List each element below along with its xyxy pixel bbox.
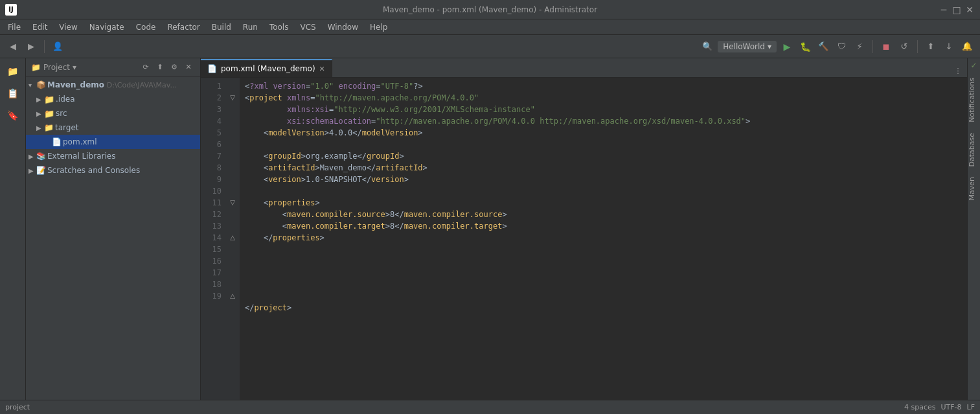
gutter-line-15 bbox=[227, 244, 238, 255]
build-button[interactable]: 🔨 bbox=[815, 39, 831, 54]
tree-item-root[interactable]: ▾ 📦 Maven_demo D:\Code\JAVA\Mav... bbox=[26, 78, 200, 92]
structure-panel-toggle[interactable]: 📋 bbox=[3, 83, 23, 104]
status-bar: project 4 spaces UTF-8 LF bbox=[0, 400, 980, 414]
project-panel-header: 📁 Project ▾ ⟳ ⬆ ⚙ ✕ bbox=[26, 58, 200, 76]
gutter-line-4 bbox=[227, 115, 238, 127]
tree-item-src[interactable]: ▶ 📁 src bbox=[26, 106, 200, 121]
coverage-button[interactable]: 🛡 bbox=[834, 39, 849, 54]
menu-tools[interactable]: Tools bbox=[264, 21, 294, 33]
git-button[interactable]: ↓ bbox=[941, 39, 957, 54]
search-everywhere-icon[interactable]: 🔍 bbox=[700, 39, 715, 54]
tab-close-button[interactable]: ✕ bbox=[319, 65, 325, 73]
title-bar-left: IJ bbox=[5, 4, 17, 16]
code-editor[interactable]: <?xml version="1.0" encoding="UTF-8"?> <… bbox=[240, 78, 967, 400]
bookmarks-toggle[interactable]: 🔖 bbox=[3, 105, 23, 126]
status-project[interactable]: project bbox=[5, 403, 30, 411]
tab-bar: 📄 pom.xml (Maven_demo) ✕ ⋮ bbox=[201, 58, 967, 78]
tree-item-scratches[interactable]: ▶ 📝 Scratches and Consoles bbox=[26, 163, 200, 178]
menu-run[interactable]: Run bbox=[238, 21, 263, 33]
gutter-line-7 bbox=[227, 150, 238, 162]
database-panel-toggle[interactable]: Database bbox=[968, 128, 980, 172]
gutter-line-14[interactable]: △ bbox=[227, 232, 238, 244]
toolbar-right: 🔍 HelloWorld ▾ ▶ 🐛 🔨 🛡 ⚡ ◼ ↺ ⬆ ↓ 🔔 bbox=[700, 39, 975, 54]
target-label: target bbox=[55, 123, 79, 132]
notifications-panel-toggle[interactable]: Notifications bbox=[968, 73, 980, 128]
main-content: 📁 📋 🔖 📁 Project ▾ ⟳ ⬆ ⚙ ✕ ▾ 📦 bbox=[0, 58, 980, 400]
menu-navigate[interactable]: Navigate bbox=[84, 21, 130, 33]
arrow-icon: ▶ bbox=[36, 124, 43, 132]
title-bar: IJ Maven_demo - pom.xml (Maven_demo) - A… bbox=[0, 0, 980, 19]
src-label: src bbox=[56, 109, 67, 118]
forward-button[interactable]: ▶ bbox=[23, 39, 39, 54]
status-encoding[interactable]: UTF-8 bbox=[940, 403, 961, 411]
project-panel-toggle[interactable]: 📁 bbox=[3, 61, 23, 82]
status-project-label: project bbox=[5, 403, 30, 411]
menu-code[interactable]: Code bbox=[131, 21, 161, 33]
stop-button[interactable]: ◼ bbox=[878, 39, 894, 54]
toolbar-sep-1 bbox=[44, 40, 45, 53]
profile-button[interactable]: ⚡ bbox=[852, 39, 867, 54]
status-encoding-label: UTF-8 bbox=[940, 403, 961, 411]
menu-refactor[interactable]: Refactor bbox=[162, 21, 205, 33]
right-sidebar: ✓ Notifications Database Maven bbox=[967, 58, 980, 400]
maven-panel-toggle[interactable]: Maven bbox=[968, 172, 980, 205]
status-indent[interactable]: 4 spaces bbox=[904, 403, 936, 411]
update-button[interactable]: ⬆ bbox=[923, 39, 939, 54]
minimize-button[interactable]: ─ bbox=[939, 5, 949, 15]
tab-overflow-button[interactable]: ⋮ bbox=[952, 64, 964, 77]
menu-help[interactable]: Help bbox=[365, 21, 393, 33]
maximize-button[interactable]: □ bbox=[952, 5, 962, 15]
tab-pom-xml[interactable]: 📄 pom.xml (Maven_demo) ✕ bbox=[201, 59, 332, 77]
root-label: Maven_demo D:\Code\JAVA\Mav... bbox=[47, 80, 177, 89]
gutter-line-1 bbox=[227, 80, 238, 92]
menu-bar: File Edit View Navigate Code Refactor Bu… bbox=[0, 19, 980, 35]
sync-button[interactable]: ⟳ bbox=[139, 61, 152, 74]
checkmark-icon: ✓ bbox=[968, 58, 980, 73]
gutter-line-10 bbox=[227, 185, 238, 197]
notifications-button[interactable]: 🔔 bbox=[959, 39, 975, 54]
gutter-line-9 bbox=[227, 174, 238, 185]
tree-item-external-libs[interactable]: ▶ 📚 External Libraries bbox=[26, 149, 200, 163]
menu-vcs[interactable]: VCS bbox=[295, 21, 321, 33]
user-icon[interactable]: 👤 bbox=[50, 39, 65, 54]
scratches-icon: 📝 bbox=[36, 166, 46, 175]
collapse-all-button[interactable]: ⬆ bbox=[154, 61, 166, 74]
line-numbers: 12345 678910 1112131415 16171819 bbox=[201, 78, 227, 400]
scratches-label: Scratches and Consoles bbox=[47, 166, 140, 175]
toolbar: ◀ ▶ 👤 🔍 HelloWorld ▾ ▶ 🐛 🔨 🛡 ⚡ ◼ ↺ ⬆ ↓ 🔔 bbox=[0, 35, 980, 58]
arrow-icon: ▶ bbox=[28, 167, 35, 174]
rerun-button[interactable]: ↺ bbox=[896, 39, 912, 54]
tab-actions: ⋮ bbox=[952, 64, 967, 77]
menu-file[interactable]: File bbox=[3, 21, 26, 33]
back-button[interactable]: ◀ bbox=[5, 39, 21, 54]
tab-label: pom.xml (Maven_demo) bbox=[221, 64, 315, 73]
run-config-selector[interactable]: HelloWorld ▾ bbox=[718, 41, 777, 52]
debug-button[interactable]: 🐛 bbox=[797, 39, 813, 54]
menu-edit[interactable]: Edit bbox=[27, 21, 52, 33]
menu-window[interactable]: Window bbox=[323, 21, 363, 33]
status-line-ending[interactable]: LF bbox=[967, 403, 975, 411]
tab-xml-icon: 📄 bbox=[207, 64, 217, 73]
tree-item-idea[interactable]: ▶ 📁 .idea bbox=[26, 92, 200, 106]
app-logo: IJ bbox=[5, 4, 17, 16]
menu-view[interactable]: View bbox=[54, 21, 82, 33]
editor-area: 📄 pom.xml (Maven_demo) ✕ ⋮ 12345 678910 … bbox=[201, 58, 967, 400]
project-panel: 📁 Project ▾ ⟳ ⬆ ⚙ ✕ ▾ 📦 Maven_demo D:\Co… bbox=[26, 58, 201, 400]
toolbar-sep-2 bbox=[872, 40, 873, 53]
arrow-icon: ▾ bbox=[28, 82, 35, 89]
gutter-line-2[interactable]: ▽ bbox=[227, 92, 238, 104]
arrow-icon: ▶ bbox=[36, 96, 43, 103]
menu-build[interactable]: Build bbox=[207, 21, 236, 33]
gutter-line-11[interactable]: ▽ bbox=[227, 197, 238, 209]
tree-item-target[interactable]: ▶ 📁 target bbox=[26, 121, 200, 135]
close-panel-button[interactable]: ✕ bbox=[182, 61, 195, 74]
close-button[interactable]: ✕ bbox=[964, 5, 975, 15]
gutter-line-5 bbox=[227, 127, 238, 139]
run-button[interactable]: ▶ bbox=[779, 39, 795, 54]
gutter-line-19[interactable]: △ bbox=[227, 290, 238, 302]
external-libs-label: External Libraries bbox=[47, 152, 115, 161]
code-area: 12345 678910 1112131415 16171819 ▽ ▽ bbox=[201, 78, 967, 400]
folder-icon: 📁 bbox=[31, 63, 41, 72]
tree-item-pom[interactable]: 📄 pom.xml bbox=[26, 135, 200, 149]
panel-settings-button[interactable]: ⚙ bbox=[168, 61, 181, 74]
